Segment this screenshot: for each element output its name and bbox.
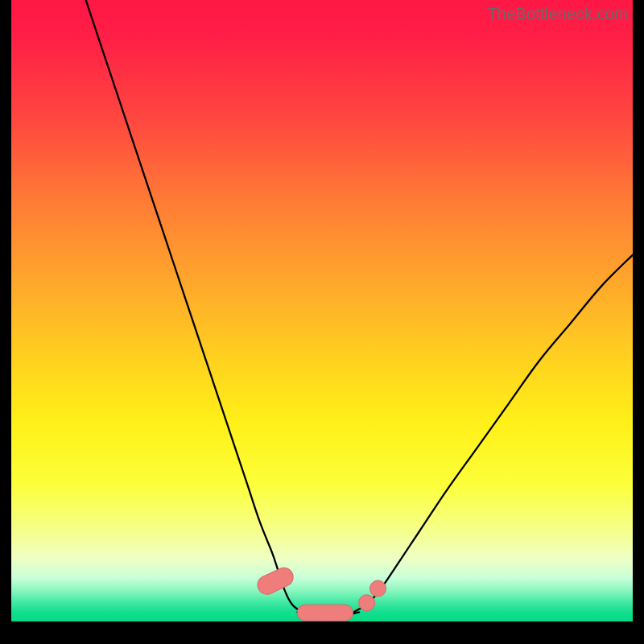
- marker-capsule-0: [254, 565, 296, 598]
- svg-rect-1: [297, 605, 353, 621]
- plot-wrapper: [11, 0, 633, 633]
- marker-dot-2: [359, 595, 375, 611]
- series-left-curve: [86, 0, 335, 618]
- watermark-text: TheBottleneck.com: [487, 5, 628, 23]
- marker-capsule-1: [297, 605, 353, 621]
- marker-dot-3: [369, 580, 386, 597]
- plot-area: [11, 0, 633, 621]
- marker-group: [254, 565, 386, 621]
- curve-layer: [11, 0, 633, 621]
- svg-rect-0: [254, 565, 296, 598]
- curve-group: [86, 0, 633, 618]
- series-right-curve: [334, 255, 633, 619]
